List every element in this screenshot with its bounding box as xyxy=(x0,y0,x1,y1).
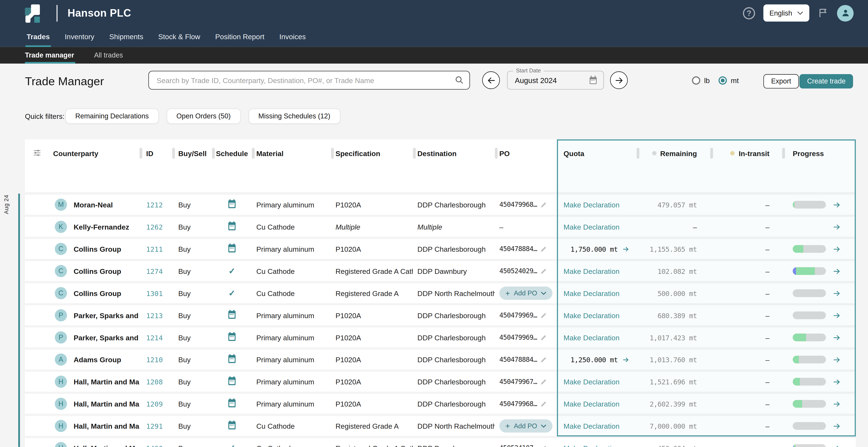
subnav-tab-trade-manager[interactable]: Trade manager xyxy=(25,47,74,64)
radio-mt-selected[interactable] xyxy=(719,76,727,84)
trade-id-cell: 1291 xyxy=(140,416,172,436)
open-trade-arrow-icon[interactable] xyxy=(832,444,841,447)
make-declaration-link[interactable]: Make Declaration xyxy=(563,267,620,275)
trade-id-link[interactable]: 1301 xyxy=(146,289,163,297)
specification-cell: Registered Grade A xyxy=(331,416,413,436)
open-trade-arrow-icon[interactable] xyxy=(832,245,841,253)
edit-po-icon[interactable] xyxy=(540,245,547,253)
schedule-calendar-icon[interactable] xyxy=(227,332,237,343)
nav-tab-stock-flow[interactable]: Stock & Flow xyxy=(158,26,200,47)
column-resize-handle[interactable] xyxy=(252,148,254,159)
open-trade-arrow-icon[interactable] xyxy=(832,378,841,386)
column-resize-handle[interactable] xyxy=(140,148,142,159)
open-trade-arrow-icon[interactable] xyxy=(832,223,841,231)
unit-option-mt[interactable]: mt xyxy=(719,76,739,84)
schedule-calendar-icon[interactable] xyxy=(227,420,237,432)
trade-id-link[interactable]: 1210 xyxy=(146,355,163,364)
edit-po-icon[interactable] xyxy=(540,355,547,364)
add-po-label: Add PO xyxy=(514,289,537,297)
in-transit-value: – xyxy=(766,267,770,275)
trade-id-link[interactable]: 1262 xyxy=(146,223,163,231)
make-declaration-link[interactable]: Make Declaration xyxy=(563,333,620,342)
schedule-calendar-icon[interactable] xyxy=(227,199,237,211)
edit-po-icon[interactable] xyxy=(540,400,547,408)
trade-id-link[interactable]: 1212 xyxy=(146,201,163,209)
open-trade-arrow-icon[interactable] xyxy=(832,267,841,275)
edit-po-icon[interactable] xyxy=(540,267,547,275)
unit-option-lb[interactable]: lb xyxy=(692,76,710,84)
trade-id-link[interactable]: 1211 xyxy=(146,245,163,253)
make-declaration-link[interactable]: Make Declaration xyxy=(563,223,620,231)
edit-po-icon[interactable] xyxy=(540,333,547,342)
schedule-calendar-icon[interactable] xyxy=(227,243,237,255)
column-resize-handle[interactable] xyxy=(637,148,639,159)
next-month-button[interactable] xyxy=(610,71,628,89)
trade-id-link[interactable]: 1214 xyxy=(146,333,163,342)
trade-id-link[interactable]: 1208 xyxy=(146,378,163,386)
po-cell: – xyxy=(495,217,557,237)
column-resize-handle[interactable] xyxy=(212,148,215,159)
nav-tab-shipments[interactable]: Shipments xyxy=(109,26,144,47)
make-declaration-link[interactable]: Make Declaration xyxy=(563,400,620,408)
make-declaration-link[interactable]: Make Declaration xyxy=(563,289,620,297)
schedule-calendar-icon[interactable] xyxy=(227,221,237,233)
column-resize-handle[interactable] xyxy=(413,148,415,159)
quota-arrow-icon[interactable] xyxy=(622,356,630,363)
trade-id-link[interactable]: 1209 xyxy=(146,400,163,408)
column-resize-handle[interactable] xyxy=(710,148,713,159)
open-trade-arrow-icon[interactable] xyxy=(832,355,841,364)
search-input[interactable] xyxy=(148,71,470,90)
trade-id-link[interactable]: 1291 xyxy=(146,422,163,430)
column-settings-icon[interactable] xyxy=(32,148,42,159)
nav-tab-trades[interactable]: Trades xyxy=(27,26,50,47)
column-resize-handle[interactable] xyxy=(172,148,175,159)
make-declaration-link[interactable]: Make Declaration xyxy=(563,444,620,447)
subnav-tab-all-trades[interactable]: All trades xyxy=(94,47,123,64)
help-icon[interactable]: ? xyxy=(743,7,755,19)
specification-value: Registered Grade A xyxy=(335,422,399,430)
open-trade-arrow-icon[interactable] xyxy=(832,201,841,209)
quick-filter-chip[interactable]: Open Orders (50) xyxy=(166,108,241,124)
schedule-calendar-icon[interactable] xyxy=(227,376,237,387)
trade-id-link[interactable]: 1490 xyxy=(146,444,163,447)
schedule-calendar-icon[interactable] xyxy=(227,354,237,366)
create-trade-button[interactable]: Create trade xyxy=(799,74,853,89)
quick-filter-chip[interactable]: Missing Schedules (12) xyxy=(248,108,340,124)
open-trade-arrow-icon[interactable] xyxy=(832,311,841,319)
previous-month-button[interactable] xyxy=(482,71,500,89)
user-avatar[interactable] xyxy=(837,5,854,21)
make-declaration-link[interactable]: Make Declaration xyxy=(563,311,620,319)
open-trade-arrow-icon[interactable] xyxy=(832,289,841,297)
column-resize-handle[interactable] xyxy=(331,148,334,159)
language-select[interactable]: English xyxy=(763,4,809,22)
quota-arrow-icon[interactable] xyxy=(622,245,630,252)
edit-po-icon[interactable] xyxy=(540,378,547,386)
trade-id-link[interactable]: 1213 xyxy=(146,311,163,319)
schedule-calendar-icon[interactable] xyxy=(227,398,237,410)
open-trade-arrow-icon[interactable] xyxy=(832,400,841,408)
trade-id-link[interactable]: 1274 xyxy=(146,267,163,275)
counterparty-cell: CCollins Group xyxy=(49,283,140,303)
make-declaration-link[interactable]: Make Declaration xyxy=(563,201,620,209)
radio-lb[interactable] xyxy=(692,76,700,84)
add-po-button[interactable]: +Add PO xyxy=(499,419,553,433)
start-date-field[interactable]: Start Date August 2024 xyxy=(507,71,604,90)
column-resize-handle[interactable] xyxy=(495,148,497,159)
schedule-calendar-icon[interactable] xyxy=(227,309,237,321)
nav-tab-position-report[interactable]: Position Report xyxy=(215,26,265,47)
quick-filter-chip[interactable]: Remaining Declarations xyxy=(65,108,159,124)
nav-tab-inventory[interactable]: Inventory xyxy=(65,26,94,47)
add-po-button[interactable]: +Add PO xyxy=(499,287,553,300)
edit-po-icon[interactable] xyxy=(540,311,547,319)
open-trade-arrow-icon[interactable] xyxy=(832,333,841,342)
make-declaration-link[interactable]: Make Declaration xyxy=(563,378,620,386)
open-trade-arrow-icon[interactable] xyxy=(832,422,841,430)
edit-po-icon[interactable] xyxy=(540,444,547,447)
edit-po-icon[interactable] xyxy=(540,201,547,209)
flag-icon[interactable] xyxy=(818,7,829,19)
column-resize-handle[interactable] xyxy=(782,148,785,159)
export-button[interactable]: Export xyxy=(763,74,799,89)
nav-tab-invoices[interactable]: Invoices xyxy=(279,26,306,47)
progress-cell xyxy=(782,372,856,392)
make-declaration-link[interactable]: Make Declaration xyxy=(563,422,620,430)
